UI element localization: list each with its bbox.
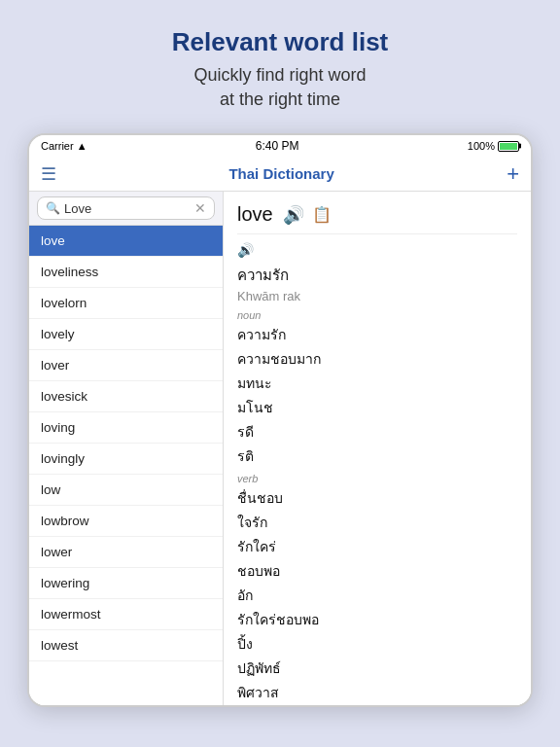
noun-definitions: ความรักความชอบมากมทนะมโนชรดีรติ <box>237 324 517 467</box>
word-item-loving[interactable]: loving <box>29 412 223 444</box>
word-item-loveliness[interactable]: loveliness <box>29 257 223 288</box>
noun-pos-label: noun <box>237 309 517 321</box>
status-right: 100% <box>468 140 519 152</box>
search-bar-inner: 🔍 Love ✕ <box>37 196 215 220</box>
search-icon: 🔍 <box>46 201 60 215</box>
word-item-low[interactable]: low <box>29 475 223 506</box>
verb-def-item: อัก <box>237 585 517 606</box>
verb-def-item: รักใคร่ชอบพอ <box>237 609 517 630</box>
carrier-label: Carrier <box>41 140 74 152</box>
verb-def-item: ปิ้ง <box>237 633 517 655</box>
verb-def-item: ชอบพอ <box>237 560 517 582</box>
speaker-icon[interactable]: 🔊 <box>283 204 304 226</box>
word-item-lowering[interactable]: lowering <box>29 568 223 599</box>
noun-def-item: มโนช <box>237 397 517 418</box>
status-left: Carrier ▲ <box>41 140 88 152</box>
noun-def-item: รติ <box>237 445 517 467</box>
battery-icon <box>498 141 519 152</box>
device-frame: Carrier ▲ 6:40 PM 100% ☰ Thai Dictionary… <box>27 133 533 707</box>
verb-def-item: พิศวาส <box>237 682 517 703</box>
verb-def-item: ปฏิพัทธ์ <box>237 658 517 679</box>
add-button[interactable]: + <box>507 161 519 187</box>
word-item-lovely[interactable]: lovely <box>29 319 223 350</box>
detail-icons: 🔊 📋 <box>283 204 332 226</box>
noun-def-item: ความรัก <box>237 324 517 345</box>
verb-definitions: ชื่นชอบใจรักรักใคร่ชอบพออักรักใคร่ชอบพอป… <box>237 487 517 703</box>
flashcard-icon[interactable]: 📋 <box>312 205 332 224</box>
status-time: 6:40 PM <box>256 139 299 153</box>
status-bar: Carrier ▲ 6:40 PM 100% <box>29 135 531 157</box>
phonetic-row: 🔊 <box>237 242 517 258</box>
phonetic-speaker-icon[interactable]: 🔊 <box>237 242 254 258</box>
detail-word-title: love <box>237 203 273 226</box>
word-item-lowest[interactable]: lowest <box>29 630 223 661</box>
wifi-icon: ▲ <box>77 140 88 152</box>
word-items-list: lovelovelinesslovelornlovelyloverlovesic… <box>29 226 223 705</box>
word-item-lower[interactable]: lower <box>29 537 223 568</box>
promo-title: Relevant word list <box>39 27 521 57</box>
verb-def-item: รักใคร่ <box>237 536 517 557</box>
word-item-love[interactable]: love <box>29 226 223 257</box>
app-body: 🔍 Love ✕ lovelovelinesslovelornlovelylov… <box>29 192 531 705</box>
search-bar: 🔍 Love ✕ <box>29 192 223 226</box>
word-item-lowbrow[interactable]: lowbrow <box>29 506 223 537</box>
battery-pct-label: 100% <box>468 140 495 152</box>
promo-header: Relevant word list Quickly find right wo… <box>0 0 560 133</box>
search-input[interactable]: Love <box>64 201 191 216</box>
word-item-lovesick[interactable]: lovesick <box>29 381 223 412</box>
word-item-lowermost[interactable]: lowermost <box>29 599 223 630</box>
verb-pos-label: verb <box>237 473 517 484</box>
search-clear-icon[interactable]: ✕ <box>194 200 206 216</box>
nav-title: Thai Dictionary <box>228 165 333 182</box>
nav-bar: ☰ Thai Dictionary + <box>29 157 531 192</box>
detail-word-header: love 🔊 📋 <box>237 203 517 234</box>
word-item-lover[interactable]: lover <box>29 350 223 381</box>
noun-def-item: มทนะ <box>237 373 517 394</box>
romanize-label: Khwām rak <box>237 289 517 303</box>
word-item-lovingly[interactable]: lovingly <box>29 444 223 475</box>
promo-subtitle: Quickly find right word at the right tim… <box>39 63 521 112</box>
thai-word-phonetic: ความรัก <box>237 264 517 287</box>
menu-icon[interactable]: ☰ <box>41 163 56 185</box>
noun-def-item: ความชอบมาก <box>237 348 517 370</box>
word-item-lovelorn[interactable]: lovelorn <box>29 288 223 319</box>
noun-def-item: รดี <box>237 421 517 443</box>
verb-def-item: ชื่นชอบ <box>237 487 517 509</box>
verb-def-item: ใจรัก <box>237 512 517 533</box>
word-list-sidebar: 🔍 Love ✕ lovelovelinesslovelornlovelylov… <box>29 192 224 705</box>
detail-panel: love 🔊 📋 🔊 ความรัก Khwām rak noun ความรั… <box>224 192 531 705</box>
